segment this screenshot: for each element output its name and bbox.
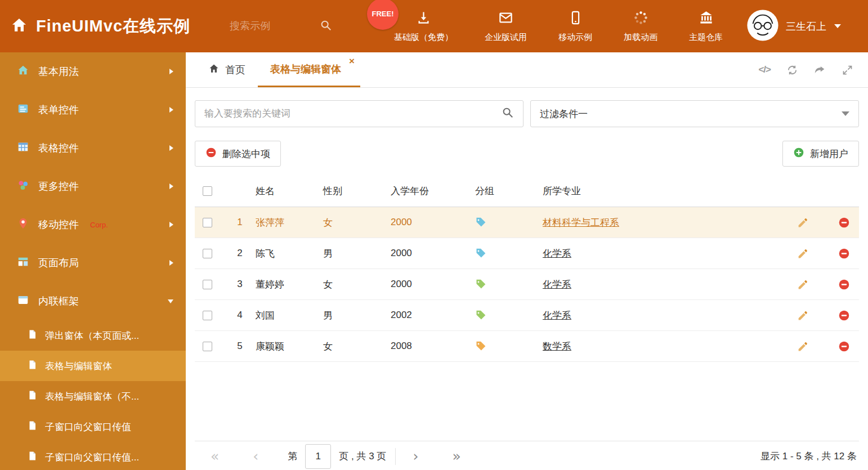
close-icon[interactable]: × xyxy=(349,56,355,66)
delete-icon[interactable] xyxy=(838,248,850,259)
delete-icon[interactable] xyxy=(838,310,850,321)
cell-name: 刘国 xyxy=(256,309,323,322)
row-checkbox[interactable] xyxy=(203,342,212,351)
refresh-icon[interactable] xyxy=(786,64,798,76)
sidebar-item-page-layout[interactable]: 页面布局 xyxy=(0,244,186,282)
cell-name: 康颖颖 xyxy=(256,340,323,353)
sidebar-item-label: 移动控件 xyxy=(38,218,79,231)
major-link[interactable]: 数学系 xyxy=(543,341,571,352)
edit-icon[interactable] xyxy=(797,310,809,321)
sidebar-subitem-child-to-parent[interactable]: 子窗口向父窗口传值 xyxy=(0,411,186,442)
sidebar-subitem-grid-edit-window[interactable]: 表格与编辑窗体 xyxy=(0,351,186,381)
pagination-bar: « ‹ 第 页 , 共 3 页 › » 显示 1 - 5 条 , 共 12 条 xyxy=(195,441,859,470)
mobile-icon xyxy=(568,10,583,27)
next-page-icon[interactable]: › xyxy=(413,449,418,463)
open-new-window-icon[interactable] xyxy=(814,64,826,76)
table-row[interactable]: 5 康颖颖 女 2008 数学系 xyxy=(195,331,859,362)
filter-dropdown[interactable]: 过滤条件一 xyxy=(530,100,859,127)
table-row[interactable]: 1 张萍萍 女 2000 材料科学与工程系 xyxy=(195,207,859,238)
nav-label: 企业版试用 xyxy=(485,32,527,43)
major-link[interactable]: 材料科学与工程系 xyxy=(543,217,619,228)
keyword-search-input[interactable] xyxy=(204,108,502,119)
previous-page-icon[interactable]: ‹ xyxy=(253,449,258,463)
sidebar-item-inline-frame[interactable]: 内联框架 xyxy=(0,282,186,320)
sidebar-item-grid-controls[interactable]: 表格控件 xyxy=(0,129,186,167)
search-icon[interactable] xyxy=(320,19,332,34)
header-search-input[interactable] xyxy=(230,20,314,32)
file-icon xyxy=(27,451,37,464)
cell-year: 2008 xyxy=(391,341,475,352)
cell-gender: 女 xyxy=(323,216,391,229)
sidebar-subitem-child-to-parent-2[interactable]: 子窗口向父窗口传值... xyxy=(0,442,186,470)
edit-icon[interactable] xyxy=(797,217,809,229)
pin-icon xyxy=(17,217,29,232)
table-row[interactable]: 3 董婷婷 女 2000 化学系 xyxy=(195,269,859,300)
column-header-group[interactable]: 分组 xyxy=(475,185,543,198)
row-checkbox[interactable] xyxy=(203,249,212,258)
row-index: 1 xyxy=(224,217,256,228)
source-code-icon[interactable]: </> xyxy=(758,64,771,75)
delete-icon[interactable] xyxy=(838,217,850,229)
major-link[interactable]: 化学系 xyxy=(543,248,571,259)
content-area: 过滤条件一 删除选中项 新增用户 姓名 xyxy=(186,100,868,470)
cell-gender: 女 xyxy=(323,278,391,291)
filter-dropdown-value: 过滤条件一 xyxy=(540,108,588,120)
table-row[interactable]: 4 刘国 男 2002 化学系 xyxy=(195,300,859,331)
chevron-right-icon xyxy=(169,69,173,74)
brand[interactable]: FineUIMvc在线示例 xyxy=(0,15,230,38)
row-checkbox[interactable] xyxy=(203,280,212,289)
nav-enterprise-trial[interactable]: 企业版试用 xyxy=(485,10,527,43)
nav-theme-store[interactable]: 主题仓库 xyxy=(689,10,723,43)
layout-icon xyxy=(17,256,29,271)
delete-icon[interactable] xyxy=(838,279,850,290)
sidebar-subitem-popup-window[interactable]: 弹出窗体（本页面或... xyxy=(0,320,186,351)
tab-home[interactable]: 首页 xyxy=(196,52,258,87)
sidebar-subitem-label: 表格与编辑窗体 xyxy=(45,360,112,373)
delete-selected-button[interactable]: 删除选中项 xyxy=(195,141,281,167)
major-link[interactable]: 化学系 xyxy=(543,279,571,290)
sidebar-item-basic-usage[interactable]: 基本用法 xyxy=(0,52,186,91)
user-menu[interactable]: 三生石上 xyxy=(746,9,841,44)
table-header-row: 姓名 性别 入学年份 分组 所学专业 xyxy=(195,176,859,207)
sidebar-item-form-controls[interactable]: 表单控件 xyxy=(0,91,186,129)
delete-icon[interactable] xyxy=(838,341,850,352)
row-checkbox[interactable] xyxy=(203,218,212,227)
page-number-input[interactable] xyxy=(305,444,331,469)
column-header-major[interactable]: 所学专业 xyxy=(543,185,786,198)
edit-icon[interactable] xyxy=(797,279,809,290)
table-row[interactable]: 2 陈飞 男 2000 化学系 xyxy=(195,238,859,269)
sidebar-subitem-grid-edit-window-2[interactable]: 表格与编辑窗体（不... xyxy=(0,381,186,411)
last-page-icon[interactable]: » xyxy=(452,449,460,463)
edit-icon[interactable] xyxy=(797,341,809,352)
cell-name: 陈飞 xyxy=(256,247,323,260)
chevron-right-icon xyxy=(169,145,173,151)
column-header-gender[interactable]: 性别 xyxy=(323,185,391,198)
nav-loading-animation[interactable]: 加载动画 xyxy=(624,10,657,43)
row-checkbox[interactable] xyxy=(203,311,212,320)
edit-icon[interactable] xyxy=(797,248,809,259)
column-header-year[interactable]: 入学年份 xyxy=(391,185,475,198)
tab-grid-edit-window[interactable]: 表格与编辑窗体 × xyxy=(258,52,360,87)
sidebar-item-more-controls[interactable]: 更多控件 xyxy=(0,167,186,205)
tab-tools: </> xyxy=(758,52,868,87)
fullscreen-icon[interactable] xyxy=(842,64,853,76)
cell-name: 董婷婷 xyxy=(256,278,323,291)
sidebar-item-mobile-controls[interactable]: 移动控件 Corp. xyxy=(0,205,186,244)
first-page-icon[interactable]: « xyxy=(211,449,219,463)
cell-gender: 女 xyxy=(323,340,391,353)
bank-icon xyxy=(699,10,714,27)
nav-basic-free[interactable]: FREE! 基础版（免费） xyxy=(394,10,453,43)
caret-down-icon xyxy=(834,24,841,28)
row-index: 4 xyxy=(224,310,256,321)
major-link[interactable]: 化学系 xyxy=(543,310,571,321)
username: 三生石上 xyxy=(786,20,826,33)
add-user-button[interactable]: 新增用户 xyxy=(782,141,859,167)
cell-year: 2002 xyxy=(391,310,475,321)
column-header-name[interactable]: 姓名 xyxy=(256,185,323,198)
select-all-checkbox[interactable] xyxy=(203,186,212,196)
user-avatar xyxy=(746,9,779,44)
corp-badge: Corp. xyxy=(90,221,108,229)
nav-mobile-demo[interactable]: 移动示例 xyxy=(558,10,592,43)
search-icon[interactable] xyxy=(502,106,514,122)
chevron-right-icon xyxy=(169,260,173,266)
